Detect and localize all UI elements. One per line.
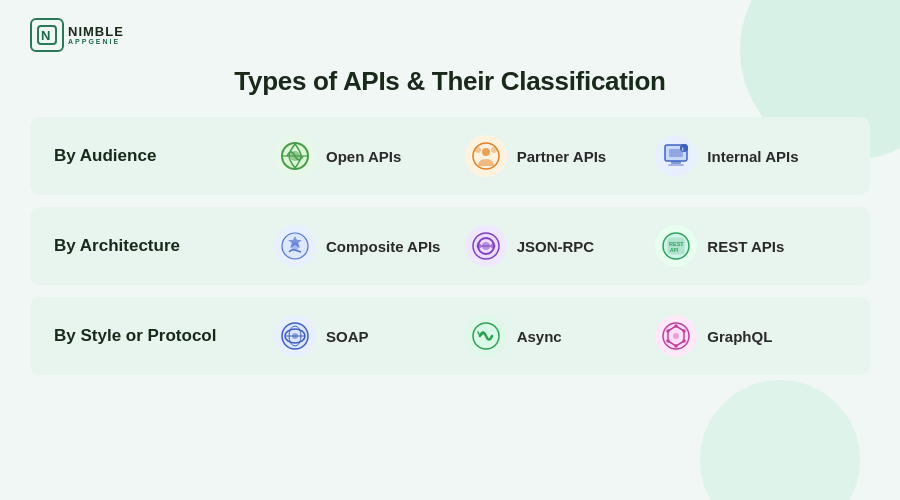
svg-point-20 (490, 244, 495, 249)
items-group-architecture: Composite APIs JSON-RPC (274, 225, 846, 267)
header: N NIMBLE APPGENIE (30, 18, 870, 52)
rest-apis-icon: REST API (655, 225, 697, 267)
svg-text:N: N (41, 28, 50, 43)
composite-apis-label: Composite APIs (326, 238, 440, 255)
logo: N NIMBLE APPGENIE (30, 18, 124, 52)
internal-apis-icon: i (655, 135, 697, 177)
svg-point-6 (491, 147, 497, 153)
svg-point-32 (675, 324, 679, 328)
json-rpc-icon (465, 225, 507, 267)
api-item-composite-apis: Composite APIs (274, 225, 465, 267)
svg-point-19 (476, 244, 481, 249)
category-label-audience: By Audience (54, 146, 274, 166)
partner-apis-label: Partner APIs (517, 148, 606, 165)
svg-text:API: API (670, 247, 679, 253)
logo-text: NIMBLE APPGENIE (68, 25, 124, 45)
open-apis-icon (274, 135, 316, 177)
api-item-graphql: GraphQL (655, 315, 846, 357)
svg-point-35 (675, 344, 679, 348)
page-title: Types of APIs & Their Classification (30, 66, 870, 97)
api-item-json-rpc: JSON-RPC (465, 225, 656, 267)
svg-point-5 (482, 148, 490, 156)
api-item-async: Async (465, 315, 656, 357)
logo-icon: N (30, 18, 64, 52)
row-by-audience: By Audience Open APIs (30, 117, 870, 195)
graphql-icon (655, 315, 697, 357)
api-item-internal-apis: i Internal APIs (655, 135, 846, 177)
internal-apis-label: Internal APIs (707, 148, 798, 165)
svg-point-38 (673, 333, 679, 339)
svg-rect-10 (671, 161, 681, 164)
row-by-style: By Style or Protocol SOAP (30, 297, 870, 375)
json-rpc-label: JSON-RPC (517, 238, 595, 255)
svg-point-7 (475, 147, 481, 153)
open-apis-label: Open APIs (326, 148, 401, 165)
items-group-audience: Open APIs Partner APIs (274, 135, 846, 177)
svg-point-15 (291, 242, 299, 250)
svg-rect-11 (668, 164, 684, 166)
graphql-label: GraphQL (707, 328, 772, 345)
svg-point-33 (683, 329, 687, 333)
logo-sub-text: APPGENIE (68, 38, 124, 45)
svg-point-34 (683, 339, 687, 343)
api-item-soap: SOAP (274, 315, 465, 357)
row-by-architecture: By Architecture Composite APIs (30, 207, 870, 285)
items-group-style: SOAP Async (274, 315, 846, 357)
rest-apis-label: REST APIs (707, 238, 784, 255)
category-label-style: By Style or Protocol (54, 326, 274, 346)
soap-icon (274, 315, 316, 357)
soap-label: SOAP (326, 328, 369, 345)
svg-point-37 (667, 329, 671, 333)
category-label-architecture: By Architecture (54, 236, 274, 256)
api-item-partner-apis: Partner APIs (465, 135, 656, 177)
async-label: Async (517, 328, 562, 345)
api-item-rest-apis: REST API REST APIs (655, 225, 846, 267)
api-item-open-apis: Open APIs (274, 135, 465, 177)
svg-point-36 (667, 339, 671, 343)
composite-apis-icon (274, 225, 316, 267)
async-icon (465, 315, 507, 357)
partner-apis-icon (465, 135, 507, 177)
logo-main-text: NIMBLE (68, 25, 124, 38)
